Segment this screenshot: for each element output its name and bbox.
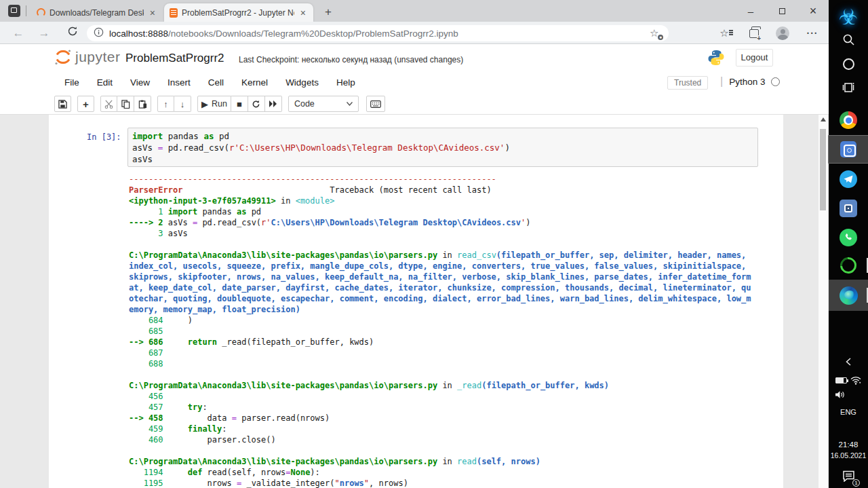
menu-cell[interactable]: Cell [199,77,233,88]
paste-cell-button[interactable] [134,96,151,112]
edge-app-button[interactable] [829,280,868,311]
edge-icon [840,286,858,305]
notebook-toolbar: + ↑ ↓ ▶Run ■ [0,94,829,115]
favorites-bar-icon[interactable]: ☆ [716,26,732,41]
save-button[interactable] [54,96,71,112]
close-icon[interactable]: × [148,7,157,18]
notification-badge: 1 [852,479,860,487]
clock[interactable]: 21:4816.05.2021 [829,438,868,462]
browser-addressbar: ← → localhost:8888/notebooks/Downloads/T… [0,22,829,44]
jupyter-logo-text: jupyter [75,49,121,65]
browser-titlebar: Downloads/Telegram Desktop/ × ProblemSat… [0,0,829,22]
add-cell-button[interactable]: + [77,96,94,112]
browser-tab-home[interactable]: Downloads/Telegram Desktop/ × [31,3,163,22]
green-ring-app-icon [837,254,860,277]
wifi-icon[interactable] [850,376,861,385]
chrome-app-button[interactable] [829,107,868,133]
browser-menu-icon[interactable]: ··· [804,26,821,41]
search-icon [842,33,855,46]
forward-icon[interactable]: → [35,24,53,42]
menu-edit[interactable]: Edit [88,77,121,88]
tray-date: 16.05.2021 [831,451,867,459]
screen: Downloads/Telegram Desktop/ × ProblemSat… [0,0,868,488]
kernel-idle-icon [771,77,780,86]
cell-type-select[interactable]: Code [288,96,359,112]
copy-cell-button[interactable] [117,96,134,112]
url-text: localhost:8888/notebooks/Downloads/Teleg… [109,29,650,39]
close-window-button[interactable]: × [797,0,829,22]
trusted-badge: Trusted [667,76,708,90]
cut-cell-button[interactable] [100,96,117,112]
info-icon[interactable] [94,27,104,40]
menu-view[interactable]: View [121,77,159,88]
tray-status [829,373,868,387]
new-tab-button[interactable]: + [320,4,336,20]
url-bar[interactable]: localhost:8888/notebooks/Downloads/Teleg… [87,25,669,41]
menu-file[interactable]: File [56,77,88,88]
command-palette-button[interactable] [366,96,385,112]
jupyter-book-icon [170,8,178,18]
back-icon[interactable]: ← [9,24,27,42]
battery-icon[interactable] [835,377,847,383]
restore-icon [779,8,785,14]
volume-button[interactable] [829,388,868,401]
menu-kernel[interactable]: Kernel [233,77,277,88]
jupyter-spinner-icon [37,8,45,17]
refresh-icon[interactable] [64,24,81,42]
language-indicator[interactable]: ENG [829,406,868,418]
tab-title: Downloads/Telegram Desktop/ [50,8,144,18]
favorite-star-icon[interactable]: ☆● [650,27,662,39]
jupyter-logo[interactable]: jupyter [54,48,121,66]
cell-input-prompt: In [3]: [87,132,121,142]
move-cell-down-button[interactable]: ↓ [174,96,191,112]
page-scrollbar[interactable] [818,115,828,488]
checkpoint-status: Last Checkpoint: несколько секунд назад … [239,55,463,64]
camera-app-icon [840,141,856,157]
biohazard-start-icon: ☣ [839,6,859,28]
tab-actions-icon[interactable] [8,5,20,17]
collections-icon[interactable] [746,26,762,41]
code-cell-input[interactable]: import pandas as pdasVs = pd.read_csv(r'… [127,128,758,167]
chevron-down-icon [347,102,353,106]
stop-kernel-button[interactable]: ■ [231,96,248,112]
move-cell-up-button[interactable]: ↑ [157,96,174,112]
menu-help[interactable]: Help [328,77,364,88]
menu-insert[interactable]: Insert [159,77,199,88]
restart-run-all-button[interactable] [265,96,282,112]
scroll-up-arrow-icon[interactable] [821,117,826,121]
action-center-button[interactable]: 1 [829,467,868,485]
tab-title: ProblemSatProgrr2 - Jupyter No [182,8,294,18]
video-app-button[interactable] [829,195,868,222]
code-editor[interactable]: import pandas as pdasVs = pd.read_csv(r'… [132,130,753,165]
volume-icon [835,390,846,399]
kernel-name: Python 3 [729,77,765,87]
telegram-app-button[interactable] [829,166,868,193]
task-view-button[interactable] [829,76,868,99]
browser-tab-notebook[interactable]: ProblemSatProgrr2 - Jupyter No × [164,3,313,22]
green-ring-app-button[interactable] [829,252,868,278]
logout-button[interactable]: Logout [736,49,773,67]
windows-taskbar: ☣ [829,0,868,488]
profile-avatar[interactable] [774,26,791,41]
scrollbar-thumb[interactable] [820,129,826,210]
notebook-content: In [3]: import pandas as pdasVs = pd.rea… [0,115,829,488]
restart-kernel-button[interactable] [248,96,265,112]
chrome-icon [840,111,857,129]
jupyter-header: jupyter ProblemSatProgrr2 Last Checkpoin… [0,44,829,71]
hidden-icons-chevron[interactable] [829,354,868,369]
close-icon[interactable]: × [298,7,308,18]
menu-widgets[interactable]: Widgets [277,77,328,88]
camera-app-button[interactable] [829,136,868,163]
python-logo-icon [707,49,725,69]
cortana-icon [843,58,854,70]
cell-type-value: Code [294,99,315,109]
url-path: /notebooks/Downloads/Telegram%20Desktop/… [168,29,458,39]
search-button[interactable] [829,29,868,50]
whatsapp-icon [840,229,857,246]
minimize-button[interactable]: – [735,0,766,22]
whatsapp-app-button[interactable] [829,224,868,251]
cortana-button[interactable] [829,53,868,75]
restore-button[interactable] [766,0,797,22]
notebook-title[interactable]: ProblemSatProgrr2 [125,52,224,65]
run-button[interactable]: ▶Run [197,96,231,112]
